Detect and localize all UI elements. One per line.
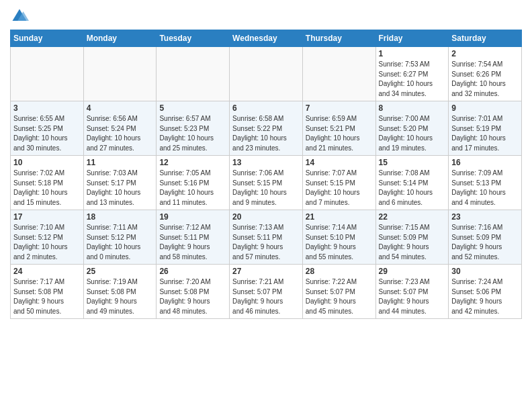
week-row-2: 10Sunrise: 7:02 AM Sunset: 5:18 PM Dayli… xyxy=(11,156,522,210)
day-number: 5 xyxy=(159,103,226,113)
day-number: 13 xyxy=(232,158,300,167)
day-number: 25 xyxy=(87,267,154,276)
day-header-friday: Friday xyxy=(375,30,449,47)
day-cell: 27Sunrise: 7:21 AM Sunset: 5:07 PM Dayli… xyxy=(230,265,303,319)
day-number: 11 xyxy=(87,158,154,167)
day-number: 9 xyxy=(451,103,519,113)
week-row-3: 17Sunrise: 7:10 AM Sunset: 5:12 PM Dayli… xyxy=(11,210,522,265)
day-header-sunday: Sunday xyxy=(11,30,84,47)
day-cell xyxy=(302,47,375,101)
day-info: Sunrise: 7:01 AM Sunset: 5:19 PM Dayligh… xyxy=(451,114,519,153)
day-number: 23 xyxy=(451,212,519,222)
day-number: 16 xyxy=(451,158,519,167)
day-cell: 20Sunrise: 7:13 AM Sunset: 5:11 PM Dayli… xyxy=(230,210,303,265)
day-cell: 30Sunrise: 7:24 AM Sunset: 5:06 PM Dayli… xyxy=(449,265,522,319)
day-number: 7 xyxy=(306,103,373,113)
day-number: 21 xyxy=(306,212,373,222)
day-cell: 28Sunrise: 7:22 AM Sunset: 5:07 PM Dayli… xyxy=(302,265,375,319)
day-cell: 3Sunrise: 6:55 AM Sunset: 5:25 PM Daylig… xyxy=(11,101,84,156)
day-cell: 2Sunrise: 7:54 AM Sunset: 6:26 PM Daylig… xyxy=(449,47,522,101)
day-header-monday: Monday xyxy=(83,30,157,47)
page: SundayMondayTuesdayWednesdayThursdayFrid… xyxy=(0,0,532,326)
day-cell: 17Sunrise: 7:10 AM Sunset: 5:12 PM Dayli… xyxy=(11,210,84,265)
day-cell xyxy=(157,47,230,101)
day-info: Sunrise: 6:59 AM Sunset: 5:21 PM Dayligh… xyxy=(306,114,373,153)
day-number: 12 xyxy=(159,158,226,167)
day-cell: 19Sunrise: 7:12 AM Sunset: 5:11 PM Dayli… xyxy=(157,210,230,265)
day-info: Sunrise: 7:00 AM Sunset: 5:20 PM Dayligh… xyxy=(379,114,446,153)
day-info: Sunrise: 7:02 AM Sunset: 5:18 PM Dayligh… xyxy=(13,169,81,208)
day-info: Sunrise: 7:09 AM Sunset: 5:13 PM Dayligh… xyxy=(451,169,519,208)
day-number: 27 xyxy=(232,267,300,276)
day-cell: 25Sunrise: 7:19 AM Sunset: 5:08 PM Dayli… xyxy=(83,265,157,319)
day-info: Sunrise: 7:07 AM Sunset: 5:15 PM Dayligh… xyxy=(306,169,373,208)
day-cell: 14Sunrise: 7:07 AM Sunset: 5:15 PM Dayli… xyxy=(302,156,375,210)
day-info: Sunrise: 6:58 AM Sunset: 5:22 PM Dayligh… xyxy=(232,114,300,153)
day-cell: 12Sunrise: 7:05 AM Sunset: 5:16 PM Dayli… xyxy=(157,156,230,210)
day-info: Sunrise: 7:10 AM Sunset: 5:12 PM Dayligh… xyxy=(13,223,81,262)
day-number: 10 xyxy=(13,158,81,167)
day-number: 30 xyxy=(451,267,519,276)
day-info: Sunrise: 7:19 AM Sunset: 5:08 PM Dayligh… xyxy=(87,277,154,316)
day-info: Sunrise: 7:15 AM Sunset: 5:09 PM Dayligh… xyxy=(379,223,446,262)
day-number: 19 xyxy=(159,212,226,222)
day-header-tuesday: Tuesday xyxy=(157,30,230,47)
day-number: 24 xyxy=(13,267,81,276)
day-number: 8 xyxy=(379,103,446,113)
day-info: Sunrise: 7:06 AM Sunset: 5:15 PM Dayligh… xyxy=(232,169,300,208)
day-info: Sunrise: 7:22 AM Sunset: 5:07 PM Dayligh… xyxy=(306,277,373,316)
day-info: Sunrise: 7:17 AM Sunset: 5:08 PM Dayligh… xyxy=(13,277,81,316)
day-info: Sunrise: 7:20 AM Sunset: 5:08 PM Dayligh… xyxy=(159,277,226,316)
day-cell xyxy=(11,47,84,101)
day-cell: 18Sunrise: 7:11 AM Sunset: 5:12 PM Dayli… xyxy=(83,210,157,265)
day-number: 26 xyxy=(159,267,226,276)
day-cell xyxy=(83,47,157,101)
day-cell xyxy=(230,47,303,101)
day-number: 6 xyxy=(232,103,300,113)
day-info: Sunrise: 7:53 AM Sunset: 6:27 PM Dayligh… xyxy=(379,60,446,99)
logo-icon xyxy=(10,7,29,26)
day-cell: 22Sunrise: 7:15 AM Sunset: 5:09 PM Dayli… xyxy=(375,210,449,265)
day-number: 29 xyxy=(379,267,446,276)
day-info: Sunrise: 7:21 AM Sunset: 5:07 PM Dayligh… xyxy=(232,277,300,316)
day-cell: 21Sunrise: 7:14 AM Sunset: 5:10 PM Dayli… xyxy=(302,210,375,265)
day-info: Sunrise: 7:24 AM Sunset: 5:06 PM Dayligh… xyxy=(451,277,519,316)
day-cell: 7Sunrise: 6:59 AM Sunset: 5:21 PM Daylig… xyxy=(302,101,375,156)
day-number: 28 xyxy=(306,267,373,276)
week-row-4: 24Sunrise: 7:17 AM Sunset: 5:08 PM Dayli… xyxy=(11,265,522,319)
day-cell: 16Sunrise: 7:09 AM Sunset: 5:13 PM Dayli… xyxy=(449,156,522,210)
day-header-saturday: Saturday xyxy=(449,30,522,47)
day-header-thursday: Thursday xyxy=(302,30,375,47)
day-info: Sunrise: 7:03 AM Sunset: 5:17 PM Dayligh… xyxy=(87,169,154,208)
header xyxy=(10,7,522,26)
day-info: Sunrise: 7:08 AM Sunset: 5:14 PM Dayligh… xyxy=(379,169,446,208)
day-number: 4 xyxy=(87,103,154,113)
day-info: Sunrise: 7:12 AM Sunset: 5:11 PM Dayligh… xyxy=(159,223,226,262)
header-row: SundayMondayTuesdayWednesdayThursdayFrid… xyxy=(11,30,522,47)
week-row-0: 1Sunrise: 7:53 AM Sunset: 6:27 PM Daylig… xyxy=(11,47,522,101)
day-cell: 6Sunrise: 6:58 AM Sunset: 5:22 PM Daylig… xyxy=(230,101,303,156)
day-cell: 1Sunrise: 7:53 AM Sunset: 6:27 PM Daylig… xyxy=(375,47,449,101)
day-cell: 29Sunrise: 7:23 AM Sunset: 5:07 PM Dayli… xyxy=(375,265,449,319)
day-number: 22 xyxy=(379,212,446,222)
day-info: Sunrise: 6:55 AM Sunset: 5:25 PM Dayligh… xyxy=(13,114,81,153)
day-cell: 8Sunrise: 7:00 AM Sunset: 5:20 PM Daylig… xyxy=(375,101,449,156)
calendar-table: SundayMondayTuesdayWednesdayThursdayFrid… xyxy=(10,30,522,319)
day-info: Sunrise: 6:56 AM Sunset: 5:24 PM Dayligh… xyxy=(87,114,154,153)
day-number: 3 xyxy=(13,103,81,113)
day-cell: 13Sunrise: 7:06 AM Sunset: 5:15 PM Dayli… xyxy=(230,156,303,210)
day-number: 15 xyxy=(379,158,446,167)
day-cell: 9Sunrise: 7:01 AM Sunset: 5:19 PM Daylig… xyxy=(449,101,522,156)
day-number: 1 xyxy=(379,49,446,58)
day-number: 18 xyxy=(87,212,154,222)
day-cell: 15Sunrise: 7:08 AM Sunset: 5:14 PM Dayli… xyxy=(375,156,449,210)
day-info: Sunrise: 7:54 AM Sunset: 6:26 PM Dayligh… xyxy=(451,60,519,99)
day-info: Sunrise: 7:16 AM Sunset: 5:09 PM Dayligh… xyxy=(451,223,519,262)
day-cell: 24Sunrise: 7:17 AM Sunset: 5:08 PM Dayli… xyxy=(11,265,84,319)
day-cell: 4Sunrise: 6:56 AM Sunset: 5:24 PM Daylig… xyxy=(83,101,157,156)
day-number: 14 xyxy=(306,158,373,167)
day-number: 2 xyxy=(451,49,519,58)
day-info: Sunrise: 7:14 AM Sunset: 5:10 PM Dayligh… xyxy=(306,223,373,262)
day-cell: 26Sunrise: 7:20 AM Sunset: 5:08 PM Dayli… xyxy=(157,265,230,319)
day-info: Sunrise: 7:13 AM Sunset: 5:11 PM Dayligh… xyxy=(232,223,300,262)
